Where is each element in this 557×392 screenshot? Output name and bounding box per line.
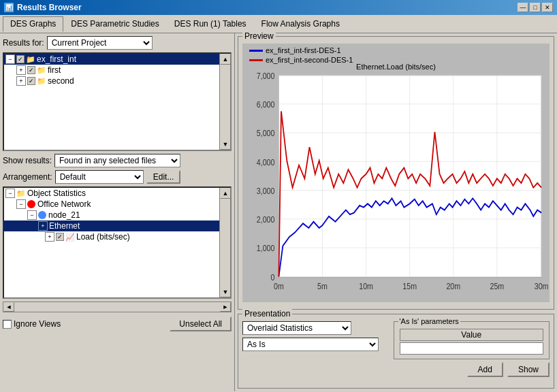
tree-item-second[interactable]: + 📁 second [4,76,230,86]
svg-text:5,000: 5,000 [257,129,275,138]
scroll-down-arrow[interactable]: ▼ [220,139,231,150]
expander-node-21[interactable]: − [27,210,37,220]
scroll-up-arrow[interactable]: ▲ [220,54,231,65]
expander-obj-stats[interactable]: − [5,189,15,198]
svg-text:3,000: 3,000 [257,186,275,195]
show-results-label: Show results: [3,156,52,165]
presentation-left: Overlaid Statistics Stacked Statistics A… [242,321,389,359]
stats-scroll-up[interactable]: ▲ [220,188,231,199]
checkbox-second[interactable] [27,77,35,85]
tree-item-office-network[interactable]: − Office Network [4,199,230,210]
tree-item-load[interactable]: + 📈 Load (bits/sec) [4,231,230,242]
scroll-right-arrow[interactable]: ► [220,302,231,312]
checkbox-load[interactable] [56,233,64,241]
svg-text:0m: 0m [274,282,284,291]
title-bar: 📊 Results Browser — □ ✕ [0,0,557,15]
arrangement-row: Arrangement: Default Custom Edit... [3,170,232,184]
tab-des-run[interactable]: DES Run (1) Tables [167,16,254,31]
right-panel: Preview ex_first_int-first-DES-1 ex_firs… [235,33,557,391]
svg-text:7,000: 7,000 [257,71,275,80]
tab-flow-analysis[interactable]: Flow Analysis Graphs [254,16,347,31]
app-icon: 📊 [4,3,14,12]
legend-label-1: ex_first_int-first-DES-1 [266,46,341,54]
checkbox-ex-first-int[interactable] [16,55,25,63]
expander-second[interactable]: + [16,76,26,86]
tab-des-graphs[interactable]: DES Graphs [3,16,63,32]
presentation-label: Presentation [242,309,292,318]
expander-load[interactable]: + [45,232,54,242]
as-is-dropdown[interactable]: As Is Custom [242,338,379,351]
legend-item-1: ex_first_int-first-DES-1 [249,46,353,54]
expander-first[interactable]: + [16,65,26,75]
show-results-row: Show results: Found in any selected file… [3,154,232,167]
overlay-dropdown[interactable]: Overlaid Statistics Stacked Statistics [242,321,351,335]
stats-tree-scrollbar[interactable]: ▲ ▼ [219,188,230,297]
results-for-row: Results for: Current Project All Project… [3,36,232,50]
presentation-content: Overlaid Statistics Stacked Statistics A… [242,321,550,359]
tree-item-ex-first-int[interactable]: − 📁 ex_first_int [4,54,230,65]
stats-scroll-down[interactable]: ▼ [220,287,231,297]
unselect-all-button[interactable]: Unselect All [170,316,232,331]
svg-text:10m: 10m [359,282,373,291]
svg-text:20m: 20m [446,282,460,291]
arrangement-label: Arrangement: [3,172,52,182]
bottom-bar: Ignore Views Unselect All [3,315,232,333]
as-is-table: Value [398,327,545,356]
checkbox-first[interactable] [27,66,35,74]
scroll-left-arrow[interactable]: ◄ [3,302,14,312]
svg-text:5m: 5m [317,282,328,291]
tree-label-second: second [48,76,74,86]
tree-item-ethernet[interactable]: + Ethernet [4,220,230,231]
ignore-views-check[interactable]: Ignore Views [3,319,61,329]
file-tree[interactable]: − 📁 ex_first_int + 📁 first + 📁 second [3,52,232,151]
ignore-views-label: Ignore Views [14,319,61,329]
tree-label-ethernet: Ethernet [49,221,80,231]
legend-label-2: ex_first_int-second-DES-1 [266,56,353,64]
show-results-dropdown[interactable]: Found in any selected files Found select… [54,154,180,167]
maximize-button[interactable]: □ [530,3,541,12]
add-button[interactable]: Add [467,362,503,377]
expander-ethernet[interactable]: + [38,221,48,231]
chart-area: ex_first_int-first-DES-1 ex_first_int-se… [242,44,550,302]
edit-button[interactable]: Edit... [146,170,181,184]
tree-item-first[interactable]: + 📁 first [4,65,230,76]
svg-text:30m: 30m [535,282,549,291]
preview-label: Preview [242,31,276,41]
as-is-parameters-label: 'As Is' parameters [398,317,460,325]
svg-text:2,000: 2,000 [257,216,275,225]
tree-item-node-21[interactable]: − node_21 [4,210,230,220]
tree-item-obj-stats[interactable]: − 📁 Object Statistics [4,188,230,199]
presentation-buttons: Add Show [242,362,550,377]
close-button[interactable]: ✕ [542,3,553,12]
expander-office-network[interactable]: − [16,199,26,209]
expander-ex-first-int[interactable]: − [5,54,15,64]
svg-text:25m: 25m [490,282,504,291]
chart-legend: ex_first_int-first-DES-1 ex_first_int-se… [249,46,353,65]
preview-group: Preview ex_first_int-first-DES-1 ex_firs… [238,36,554,310]
tree-label-load: Load (bits/sec) [76,232,130,242]
svg-text:6,000: 6,000 [257,101,275,110]
window-title: Results Browser [17,3,82,12]
tree-label-ex-first-int: ex_first_int [37,54,76,64]
minimize-button[interactable]: — [518,3,528,12]
show-button[interactable]: Show [507,362,550,377]
stats-scroll-track [220,199,230,287]
presentation-group: Presentation Overlaid Statistics Stacked… [238,314,554,389]
tree-label-obj-stats: Object Statistics [27,189,86,198]
tree-scrollbar[interactable]: ▲ ▼ [219,54,230,150]
chart-svg: 7,000 6,000 5,000 4,000 3,000 2,000 1,00… [242,71,550,295]
results-for-dropdown[interactable]: Current Project All Projects [47,36,153,50]
as-is-table-cell [400,342,544,355]
stats-tree[interactable]: − 📁 Object Statistics − Office Network −… [3,186,232,299]
legend-color-1 [249,50,263,52]
scroll-track [220,65,230,139]
legend-item-2: ex_first_int-second-DES-1 [249,56,353,64]
h-scrollbar[interactable]: ◄ ► [3,301,232,312]
ignore-views-checkbox[interactable] [3,320,12,329]
tree-label-office-network: Office Network [37,199,91,209]
tab-des-parametric[interactable]: DES Parametric Studies [63,16,166,31]
svg-text:1,000: 1,000 [257,244,275,253]
arrangement-dropdown[interactable]: Default Custom [55,170,144,184]
svg-text:15m: 15m [402,282,417,291]
legend-color-2 [249,59,263,61]
